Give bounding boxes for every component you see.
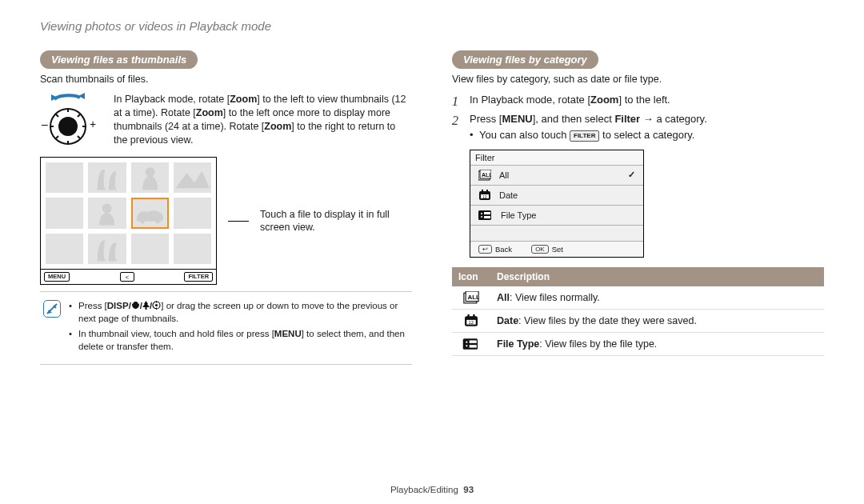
callout-touch-file: Touch a file to display it in full scree… — [260, 208, 412, 234]
left-column: Viewing files as thumbnails Scan thumbna… — [40, 50, 412, 365]
svg-rect-22 — [174, 234, 211, 262]
svg-rect-48 — [467, 314, 469, 317]
filter-menu-screen: Filter ALL All ✓ 12 Date File Type ↩Back… — [470, 150, 644, 258]
page-footer: Playback/Editing 93 — [0, 485, 864, 494]
svg-rect-34 — [486, 190, 488, 192]
table-row-filetype: File Type: View files by the file type. — [452, 332, 824, 355]
lcd-share-icon: < — [120, 272, 134, 282]
svg-point-17 — [140, 220, 144, 224]
svg-point-52 — [466, 341, 467, 342]
all-icon: ALL — [463, 291, 479, 304]
page-title: Viewing photos or videos in Playback mod… — [40, 19, 824, 33]
svg-point-3 — [58, 117, 78, 136]
svg-rect-33 — [482, 190, 483, 192]
filetype-icon — [478, 210, 493, 221]
svg-point-37 — [481, 213, 482, 214]
svg-rect-12 — [46, 164, 83, 192]
all-icon: ALL — [478, 170, 491, 181]
category-caption: View files by category, such as date or … — [452, 74, 824, 85]
svg-point-13 — [145, 167, 154, 177]
svg-point-18 — [155, 220, 159, 224]
svg-rect-39 — [484, 212, 490, 214]
svg-point-53 — [466, 345, 467, 346]
step-1: 1 In Playback mode, rotate [Zoom] to the… — [452, 93, 824, 107]
svg-rect-19 — [174, 199, 211, 227]
svg-point-41 — [490, 212, 491, 213]
filetype-icon — [462, 338, 480, 350]
svg-line-10 — [56, 136, 58, 138]
step-2: 2 Press [MENU], and then select Filter →… — [452, 112, 824, 142]
th-description: Description — [490, 267, 824, 286]
svg-point-56 — [477, 341, 478, 342]
filter-set-button: OKSet — [531, 245, 563, 254]
svg-text:12: 12 — [482, 194, 487, 198]
note-icon — [43, 300, 61, 318]
right-column: Viewing files by category View files by … — [452, 50, 824, 365]
svg-rect-40 — [484, 216, 490, 218]
filter-mini-button: FILTER — [570, 130, 599, 141]
svg-point-57 — [477, 346, 478, 346]
filter-row-filetype: File Type — [470, 206, 643, 226]
selected-thumbnail — [131, 198, 169, 228]
svg-point-16 — [102, 204, 112, 214]
svg-rect-21 — [131, 234, 169, 262]
svg-rect-55 — [470, 345, 477, 347]
icon-description-table: Icon Description ALL All: View files nor… — [452, 267, 824, 356]
svg-point-42 — [490, 216, 491, 217]
calendar-icon: 12 — [478, 190, 491, 201]
table-row-all: ALL All: View files normally. — [452, 286, 824, 310]
svg-rect-20 — [46, 234, 83, 262]
svg-text:12: 12 — [469, 320, 474, 325]
lcd-menu-button: MENU — [44, 272, 70, 282]
step-2-sub: You can also touch FILTER to select a ca… — [470, 128, 824, 142]
filter-row-all: ALL All ✓ — [470, 166, 643, 186]
svg-rect-36 — [478, 210, 491, 220]
svg-point-25 — [155, 304, 158, 306]
table-row-date: 12 Date: View files by the date they wer… — [452, 309, 824, 332]
filter-menu-title: Filter — [470, 150, 643, 166]
section-heading-category: Viewing files by category — [452, 50, 598, 69]
svg-rect-49 — [473, 314, 474, 317]
zoom-dial-illustration: – + — [40, 93, 102, 149]
svg-rect-54 — [470, 340, 477, 342]
note-box: Press [DISP///] or drag the screen up or… — [40, 291, 412, 365]
svg-line-11 — [78, 136, 80, 138]
note-item-1: Press [DISP///] or drag the screen up or… — [69, 300, 409, 325]
svg-rect-15 — [46, 199, 83, 227]
section-heading-thumbnails: Viewing files as thumbnails — [40, 50, 198, 69]
svg-text:ALL: ALL — [482, 172, 491, 178]
thumbnails-caption: Scan thumbnails of files. — [40, 74, 412, 85]
th-icon: Icon — [452, 267, 490, 286]
note-item-2: In thumbnail view, touch and hold files … — [69, 328, 409, 353]
lcd-thumbnail-screen: MENU < FILTER — [40, 157, 217, 285]
svg-marker-14 — [175, 171, 210, 188]
svg-line-9 — [78, 114, 80, 117]
svg-text:ALL: ALL — [467, 294, 479, 301]
filter-back-button: ↩Back — [478, 245, 512, 254]
svg-text:–: – — [42, 118, 48, 130]
svg-marker-23 — [142, 301, 150, 310]
svg-point-38 — [481, 216, 482, 218]
svg-line-8 — [56, 114, 58, 117]
filter-row-date: 12 Date — [470, 186, 643, 206]
dial-instruction-text: In Playback mode, rotate [Zoom] to the l… — [114, 93, 412, 147]
checkmark-icon: ✓ — [628, 170, 635, 180]
lcd-filter-button: FILTER — [184, 272, 213, 282]
calendar-icon: 12 — [463, 314, 479, 327]
svg-rect-51 — [463, 338, 478, 350]
svg-text:+: + — [90, 118, 96, 130]
